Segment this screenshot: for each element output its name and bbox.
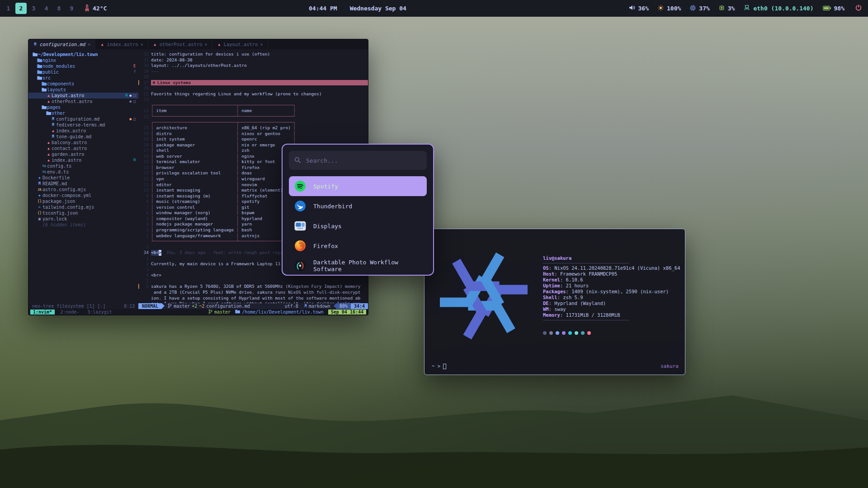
clock-module: 04:44 PM Wednesday Sep 04 — [309, 0, 406, 17]
neotree-cursor-pos: 8:13 — [124, 304, 135, 309]
memory-module[interactable]: 37% — [690, 5, 709, 12]
folder-icon — [37, 64, 42, 68]
launcher-item-Displays[interactable]: Displays — [289, 216, 427, 236]
tmux-window-3:lazygit[interactable]: 3:lazygit — [85, 310, 114, 314]
tree-item-label: astro.config.mjs — [42, 187, 86, 192]
terminal-window[interactable]: liv@sakura OS: NixOS 24.11.20240828.71e9… — [424, 229, 685, 375]
volume-module[interactable]: 36% — [629, 5, 649, 12]
darktable-app-icon — [294, 260, 306, 272]
tree-item-label: fediverse-terms.md — [56, 122, 105, 127]
tree-item-docker-compose.yml[interactable]: ◆docker-compose.yml — [28, 192, 138, 198]
network-module[interactable]: eth0 (10.0.0.140) — [744, 5, 813, 12]
buffer-tab-Layout.astro[interactable]: ▲Layout.astro× — [212, 39, 268, 49]
tree-item-index.astro[interactable]: ▲index.astroH — [28, 157, 138, 163]
fetch-info-lines: OS: NixOS 24.11.20240828.71e91c4 (Vicuna… — [543, 265, 685, 318]
tab-close-icon[interactable]: × — [141, 42, 143, 47]
launcher-item-Darktable Photo Workflow Software[interactable]: Darktable Photo Workflow Software — [289, 256, 427, 276]
buffer-tab-configuration.md[interactable]: Mconfiguration.md× — [28, 39, 95, 49]
memory-icon — [690, 5, 696, 12]
launcher-item-Firefox[interactable]: Firefox — [289, 236, 427, 256]
docker-icon: ◆ — [37, 193, 42, 197]
memory-value: 37% — [699, 5, 709, 12]
tree-item-nginx[interactable]: nginx — [28, 57, 138, 63]
tree-item-index.astro[interactable]: ▲index.astro — [28, 128, 138, 134]
tree-item-Dockerfile[interactable]: ◆Dockerfile — [28, 175, 138, 181]
tree-item-contact.astro[interactable]: ▲contact.astro — [28, 145, 138, 151]
cpu-module[interactable]: 3% — [719, 5, 735, 12]
folder-open-icon — [32, 52, 38, 56]
search-input[interactable] — [305, 157, 421, 164]
tree-item-layouts[interactable]: layouts — [28, 87, 138, 93]
editor-line: and a 2TB (Crucial P5 Plus) NVMe drive. … — [138, 290, 368, 296]
search-icon — [294, 156, 301, 165]
tab-close-icon[interactable]: × — [205, 42, 208, 47]
md-icon: M — [50, 117, 56, 121]
app-launcher[interactable]: SpotifyThunderbirdDisplaysFirefoxDarktab… — [282, 144, 434, 276]
astro-icon: ▲ — [50, 129, 56, 133]
editor-line: 23│ item │ name │ — [138, 108, 368, 114]
launcher-item-Thunderbird[interactable]: Thunderbird — [289, 196, 427, 216]
tree-item-label: (6 hidden items) — [42, 222, 86, 227]
astro-icon: ▲ — [46, 141, 52, 145]
tree-item-yarn.lock[interactable]: ▣yarn.lock — [28, 216, 138, 222]
tree-item-garden.astro[interactable]: ▲garden.astro — [28, 151, 138, 157]
tree-item-env.d.ts[interactable]: TSenv.d.ts — [28, 169, 138, 175]
clock-date: Wednesday Sep 04 — [350, 5, 406, 12]
buffer-tab-index.astro[interactable]: ▲index.astro× — [95, 39, 148, 49]
fetch-user-host: liv@sakura — [543, 255, 685, 261]
volume-value: 36% — [638, 5, 649, 12]
tree-item-tone-guide.md[interactable]: Mtone-guide.md — [28, 134, 138, 140]
workspace-button-4[interactable]: 4 — [41, 3, 52, 14]
palette-dot — [587, 331, 591, 335]
tree-item-public[interactable]: public? — [28, 69, 138, 75]
launcher-item-label: Firefox — [313, 243, 338, 249]
editor-line: ion. I have a setup consisting of Hyprla… — [138, 296, 368, 301]
tmux-window-2:node-[interactable]: 2:node- — [57, 310, 82, 314]
astro-icon: ▲ — [46, 152, 52, 156]
tree-item-config.ts[interactable]: TSconfig.ts — [28, 163, 138, 169]
fetch-info-Host: Host: Framework FRANMDCP05 — [543, 271, 685, 277]
tmux-window-1:nvim*[interactable]: 1:nvim* — [30, 310, 55, 314]
workspace-button-9[interactable]: 9 — [66, 3, 77, 14]
tree-item-src[interactable]: src — [28, 75, 138, 81]
tree-item-tsconfig.json[interactable]: {}tsconfig.json — [28, 210, 138, 216]
workspace-button-2[interactable]: 2 — [15, 3, 27, 14]
workspace-button-3[interactable]: 3 — [28, 3, 39, 14]
tree-item-fediverse-terms.md[interactable]: Mfediverse-terms.md — [28, 122, 138, 128]
tree-item-other[interactable]: other — [28, 110, 138, 116]
tree-item-components[interactable]: components — [28, 81, 138, 87]
tree-item-Layout.astro[interactable]: ▲Layout.astroH●□ — [28, 93, 138, 99]
editor-line: 29--- — [138, 69, 368, 75]
tree-item-balcony.astro[interactable]: ▲balcony.astro — [28, 140, 138, 145]
encoding-indicator: utf-8 — [282, 303, 302, 309]
tree-item-pages[interactable]: pages — [28, 104, 138, 110]
tab-close-icon[interactable]: × — [88, 42, 90, 47]
tree-item-astro.config.mjs[interactable]: JSastro.config.mjs — [28, 187, 138, 192]
power-button[interactable] — [855, 5, 862, 12]
brightness-module[interactable]: 100% — [658, 5, 681, 12]
md-icon: M — [50, 135, 56, 139]
tree-item-tailwind.config.mjs[interactable]: ≈tailwind.config.mjs — [28, 204, 138, 210]
tree-item-marks: H●□ — [126, 94, 138, 98]
tree-item-(6 hidden items)[interactable]: (6 hidden items) — [28, 222, 138, 228]
tree-item-package.json[interactable]: {}package.json — [28, 198, 138, 204]
spotify-app-icon — [294, 180, 306, 192]
launcher-item-label: Displays — [313, 223, 342, 230]
workspace-button-8[interactable]: 8 — [53, 3, 65, 14]
battery-icon — [823, 5, 831, 12]
launcher-item-Spotify[interactable]: Spotify — [289, 176, 427, 196]
launcher-searchbox[interactable] — [289, 151, 427, 170]
tab-close-icon[interactable]: × — [260, 42, 263, 47]
tree-item-node_modules[interactable]: node_modulesE — [28, 63, 138, 69]
tree-item-label: public — [42, 70, 59, 75]
shell-prompt[interactable]: ~ > — [432, 363, 446, 369]
markdown-icon: M — [305, 304, 307, 308]
tree-root-item[interactable]: ~/Development/liv.town — [28, 52, 138, 57]
buffer-tab-otherPost.astro[interactable]: ▲otherPost.astro× — [148, 39, 212, 49]
tree-item-configuration.md[interactable]: Mconfiguration.md●□ — [28, 116, 138, 122]
tree-item-README.md[interactable]: MREADME.md — [28, 181, 138, 187]
workspace-button-1[interactable]: 1 — [3, 3, 14, 14]
ts-icon: TS — [41, 164, 47, 168]
tree-item-otherPost.astro[interactable]: ▲otherPost.astro●□ — [28, 99, 138, 104]
battery-module[interactable]: 98% — [823, 5, 844, 12]
